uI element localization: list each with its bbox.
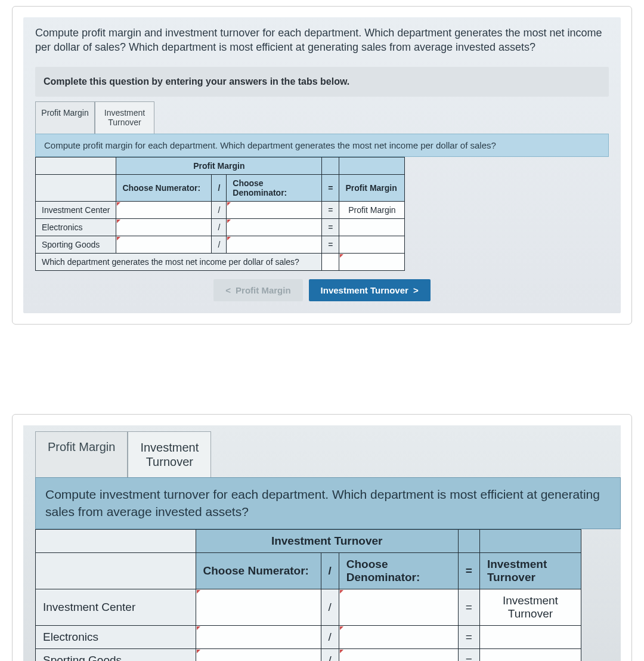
eq-cell: =: [458, 589, 479, 625]
question-text: Compute profit margin and investment tur…: [23, 17, 621, 61]
table-title: Profit Margin: [116, 157, 322, 175]
result-cell[interactable]: [479, 648, 581, 661]
div-cell: /: [212, 219, 227, 236]
problem-card-2: Profit Margin Investment Turnover Comput…: [12, 414, 632, 661]
eq-cell: =: [322, 202, 339, 219]
div-head: /: [212, 175, 227, 202]
next-button[interactable]: Investment Turnover >: [309, 279, 431, 301]
chevron-right-icon: >: [413, 285, 419, 295]
denominator-head: Choose Denominator:: [339, 552, 458, 589]
row-label: Sporting Goods: [36, 648, 196, 661]
blank-corner-2: [36, 175, 116, 202]
next-label: Investment Turnover: [321, 285, 408, 295]
eq-head: [322, 157, 339, 175]
table-row: Electronics / =: [36, 219, 405, 236]
tab-profit-margin-2[interactable]: Profit Margin: [35, 431, 128, 477]
result-cell[interactable]: [339, 236, 405, 254]
eq-cell: =: [322, 236, 339, 254]
footer-blank: [322, 254, 339, 271]
table-row: Investment Center / = Profit Margin: [36, 202, 405, 219]
result-head-blank: [339, 157, 405, 175]
blank-corner-2: [36, 552, 196, 589]
result-head: Profit Margin: [339, 175, 405, 202]
tab-investment-turnover[interactable]: Investment Turnover: [95, 101, 154, 134]
prev-button: < Profit Margin: [213, 279, 302, 301]
denominator-input[interactable]: [227, 236, 322, 254]
spacer: [12, 330, 632, 414]
result-head: Investment Turnover: [479, 552, 581, 589]
result-cell[interactable]: [339, 219, 405, 236]
eq-cell: =: [322, 219, 339, 236]
denominator-head: Choose Denominator:: [227, 175, 322, 202]
table-row: Investment Center / = Investment Turnove…: [36, 589, 581, 625]
denominator-input[interactable]: [339, 625, 458, 648]
row-label: Investment Center: [36, 589, 196, 625]
denominator-input[interactable]: [339, 648, 458, 661]
div-cell: /: [212, 236, 227, 254]
tab-investment-turnover-2[interactable]: Investment Turnover: [128, 431, 211, 477]
blank-corner: [36, 529, 196, 552]
prev-label: Profit Margin: [236, 285, 291, 295]
numerator-input[interactable]: [116, 236, 212, 254]
row-label: Electronics: [36, 625, 196, 648]
eq-head-2: =: [322, 175, 339, 202]
tab-profit-margin[interactable]: Profit Margin: [35, 101, 95, 134]
tabs-row-2: Profit Margin Investment Turnover: [35, 431, 621, 477]
profit-margin-table: Profit Margin Choose Numerator: / Choose…: [35, 157, 405, 271]
nav-row-1: < Profit Margin Investment Turnover >: [23, 271, 621, 313]
result-cell: Investment Turnover: [479, 589, 581, 625]
row-label: Sporting Goods: [36, 236, 116, 254]
problem-inner-2: Profit Margin Investment Turnover Comput…: [23, 425, 621, 661]
problem-inner-1: Compute profit margin and investment tur…: [23, 17, 621, 313]
row-label: Electronics: [36, 219, 116, 236]
result-cell[interactable]: [479, 625, 581, 648]
div-cell: /: [321, 648, 339, 661]
eq-cell: =: [458, 648, 479, 661]
div-head: /: [321, 552, 339, 589]
numerator-input[interactable]: [196, 625, 321, 648]
chevron-left-icon: <: [225, 285, 231, 295]
eq-cell: =: [458, 625, 479, 648]
problem-card-1: Compute profit margin and investment tur…: [12, 6, 632, 325]
numerator-input[interactable]: [116, 202, 212, 219]
table-title-2: Investment Turnover: [196, 529, 458, 552]
investment-turnover-table: Investment Turnover Choose Numerator: / …: [35, 529, 581, 661]
blank-corner: [36, 157, 116, 175]
footer-answer-input[interactable]: [339, 254, 405, 271]
eq-head-2: =: [458, 552, 479, 589]
footer-row: Which department generates the most net …: [36, 254, 405, 271]
tabs-row-1: Profit Margin Investment Turnover: [35, 101, 621, 134]
numerator-head: Choose Numerator:: [196, 552, 321, 589]
result-head-blank: [479, 529, 581, 552]
div-cell: /: [212, 202, 227, 219]
denominator-input[interactable]: [227, 219, 322, 236]
table-row: Electronics / =: [36, 625, 581, 648]
div-cell: /: [321, 589, 339, 625]
eq-head: [458, 529, 479, 552]
table-row: Sporting Goods / =: [36, 648, 581, 661]
sub-instruction-2: Compute investment turnover for each dep…: [35, 477, 621, 529]
numerator-input[interactable]: [116, 219, 212, 236]
row-label: Investment Center: [36, 202, 116, 219]
footer-question: Which department generates the most net …: [36, 254, 322, 271]
div-cell: /: [321, 625, 339, 648]
numerator-input[interactable]: [196, 589, 321, 625]
numerator-input[interactable]: [196, 648, 321, 661]
table-row: Sporting Goods / =: [36, 236, 405, 254]
denominator-input[interactable]: [227, 202, 322, 219]
denominator-input[interactable]: [339, 589, 458, 625]
numerator-head: Choose Numerator:: [116, 175, 212, 202]
instruction-bar: Complete this question by entering your …: [35, 67, 609, 97]
sub-instruction-1: Compute profit margin for each departmen…: [35, 134, 609, 157]
result-cell: Profit Margin: [339, 202, 405, 219]
